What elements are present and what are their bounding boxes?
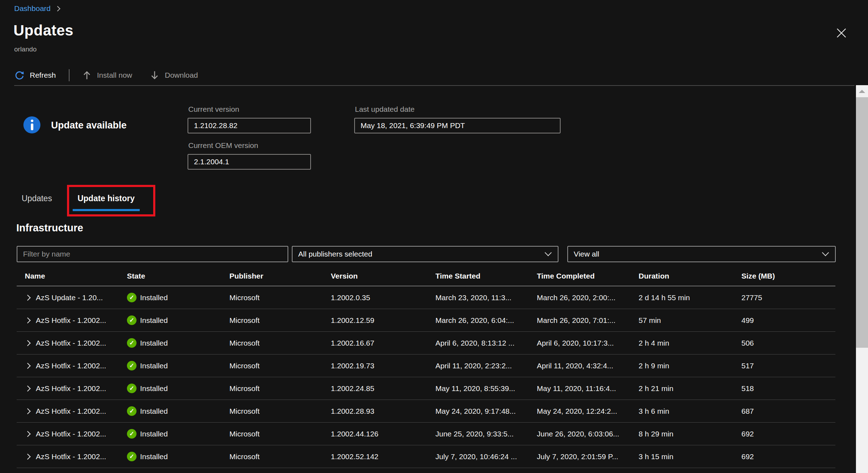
- col-header-version[interactable]: Version: [331, 272, 435, 280]
- version-value: 1.2002.24.85: [331, 384, 435, 393]
- size-value: 27775: [741, 293, 835, 302]
- refresh-icon: [14, 70, 25, 81]
- download-button[interactable]: Download: [149, 70, 198, 81]
- time-started-value: May 11, 2020, 8:55:39...: [435, 384, 537, 393]
- table-row[interactable]: AzS Hotfix - 1.2002... ✓ Installed Micro…: [17, 445, 835, 468]
- installed-check-icon: ✓: [127, 406, 137, 416]
- expand-chevron-icon[interactable]: [25, 385, 31, 391]
- expand-chevron-icon[interactable]: [25, 295, 31, 301]
- refresh-button[interactable]: Refresh: [14, 70, 56, 81]
- expand-chevron-icon[interactable]: [25, 431, 31, 437]
- scrollbar-up-arrow[interactable]: [856, 85, 868, 97]
- installed-check-icon: ✓: [127, 384, 137, 393]
- close-icon: [835, 27, 847, 39]
- time-completed-value: April 6, 2020, 10:17:3...: [537, 339, 639, 347]
- duration-value: 57 min: [639, 316, 741, 325]
- col-header-state[interactable]: State: [127, 272, 229, 280]
- expand-chevron-icon[interactable]: [25, 363, 31, 369]
- state-value: Installed: [140, 362, 168, 370]
- duration-value: 3 h 6 min: [639, 407, 741, 416]
- download-arrow-icon: [149, 70, 160, 81]
- table-header-row: Name State Publisher Version Time Starte…: [17, 266, 835, 286]
- time-completed-value: June 26, 2020, 6:03:06...: [537, 430, 639, 438]
- expand-chevron-icon[interactable]: [25, 317, 31, 323]
- installed-check-icon: ✓: [127, 293, 137, 302]
- col-header-name[interactable]: Name: [17, 272, 127, 280]
- publisher-value: Microsoft: [229, 362, 331, 370]
- expand-chevron-icon[interactable]: [25, 408, 31, 414]
- filter-by-name-input[interactable]: [17, 246, 288, 262]
- current-version-label: Current version: [188, 105, 239, 114]
- col-header-time-completed[interactable]: Time Completed: [537, 272, 639, 280]
- time-completed-value: July 7, 2020, 2:01:59 P...: [537, 452, 639, 461]
- size-value: 518: [741, 384, 835, 393]
- time-started-value: March 26, 2020, 6:04:...: [435, 316, 537, 325]
- update-name: AzS Hotfix - 1.2002...: [36, 339, 106, 347]
- state-value: Installed: [140, 339, 168, 347]
- expand-chevron-icon[interactable]: [25, 453, 31, 460]
- table-row[interactable]: AzS Hotfix - 1.2002... ✓ Installed Micro…: [17, 354, 835, 377]
- last-updated-field[interactable]: May 18, 2021, 6:39:49 PM PDT: [354, 118, 561, 133]
- state-value: Installed: [140, 452, 168, 461]
- breadcrumb-chevron-icon: [55, 6, 60, 11]
- time-started-value: April 11, 2020, 2:23:2...: [435, 362, 537, 370]
- update-name: AzS Hotfix - 1.2002...: [36, 407, 106, 416]
- last-updated-label: Last updated date: [355, 105, 414, 114]
- download-label: Download: [165, 71, 198, 79]
- tab-update-history[interactable]: Update history: [73, 193, 140, 211]
- update-name: AzS Hotfix - 1.2002...: [36, 316, 106, 325]
- publishers-dropdown-value: All publishers selected: [298, 250, 372, 258]
- col-header-size[interactable]: Size (MB): [741, 272, 835, 280]
- installed-check-icon: ✓: [127, 338, 137, 348]
- time-started-value: July 7, 2020, 10:46:24 ...: [435, 452, 537, 461]
- view-dropdown[interactable]: View all: [567, 246, 836, 262]
- update-history-table: Name State Publisher Version Time Starte…: [17, 266, 835, 468]
- size-value: 692: [741, 452, 835, 461]
- table-row[interactable]: AzS Hotfix - 1.2002... ✓ Installed Micro…: [17, 332, 835, 354]
- publishers-dropdown[interactable]: All publishers selected: [292, 246, 558, 262]
- time-started-value: April 6, 2020, 8:13:12 ...: [435, 339, 537, 347]
- duration-value: 2 h 4 min: [639, 339, 741, 347]
- state-value: Installed: [140, 316, 168, 325]
- refresh-label: Refresh: [30, 71, 56, 79]
- installed-check-icon: ✓: [127, 315, 137, 325]
- publisher-value: Microsoft: [229, 339, 331, 347]
- time-completed-value: March 26, 2020, 7:01:...: [537, 316, 639, 325]
- close-button[interactable]: [835, 27, 847, 39]
- publisher-value: Microsoft: [229, 430, 331, 438]
- chevron-down-icon: [545, 249, 552, 256]
- current-oem-version-field[interactable]: 2.1.2004.1: [188, 154, 311, 170]
- breadcrumb: Dashboard: [14, 4, 60, 13]
- version-value: 1.2002.12.59: [331, 316, 435, 325]
- version-value: 1.2002.0.35: [331, 293, 435, 302]
- installed-check-icon: ✓: [127, 429, 137, 439]
- table-row[interactable]: AzS Hotfix - 1.2002... ✓ Installed Micro…: [17, 309, 835, 332]
- size-value: 687: [741, 407, 835, 416]
- state-value: Installed: [140, 384, 168, 393]
- info-icon: [23, 116, 40, 133]
- tab-bar: Updates Update history: [22, 193, 140, 211]
- current-version-field[interactable]: 1.2102.28.82: [188, 118, 311, 133]
- vertical-scrollbar[interactable]: [856, 85, 868, 473]
- expand-chevron-icon[interactable]: [25, 340, 31, 346]
- version-value: 1.2002.19.73: [331, 362, 435, 370]
- chevron-down-icon: [822, 249, 829, 256]
- install-now-button[interactable]: Install now: [82, 70, 132, 81]
- table-body: AzS Update - 1.20... ✓ Installed Microso…: [17, 286, 835, 468]
- breadcrumb-dashboard-link[interactable]: Dashboard: [14, 4, 51, 13]
- col-header-time-started[interactable]: Time Started: [435, 272, 537, 280]
- size-value: 506: [741, 339, 835, 347]
- table-row[interactable]: AzS Hotfix - 1.2002... ✓ Installed Micro…: [17, 423, 835, 445]
- time-completed-value: May 24, 2020, 12:24:2...: [537, 407, 639, 416]
- table-row[interactable]: AzS Hotfix - 1.2002... ✓ Installed Micro…: [17, 377, 835, 400]
- scrollbar-thumb[interactable]: [856, 97, 868, 348]
- col-header-duration[interactable]: Duration: [639, 272, 741, 280]
- time-completed-value: March 26, 2020, 2:00:...: [537, 293, 639, 302]
- col-header-publisher[interactable]: Publisher: [229, 272, 331, 280]
- tab-updates[interactable]: Updates: [22, 193, 52, 209]
- table-row[interactable]: AzS Update - 1.20... ✓ Installed Microso…: [17, 286, 835, 309]
- update-name: AzS Hotfix - 1.2002...: [36, 384, 106, 393]
- state-value: Installed: [140, 293, 168, 302]
- state-value: Installed: [140, 430, 168, 438]
- table-row[interactable]: AzS Hotfix - 1.2002... ✓ Installed Micro…: [17, 400, 835, 423]
